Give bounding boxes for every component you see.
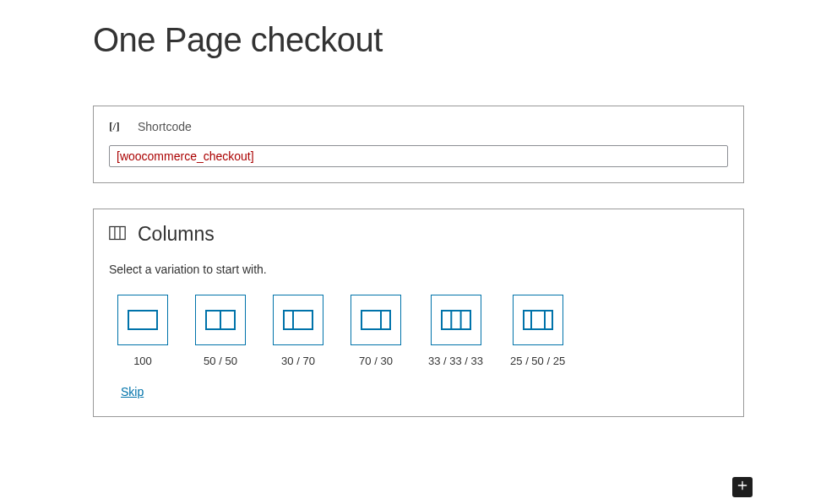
columns-block: Columns Select a variation to start with…	[93, 209, 744, 417]
svg-text:[/]: [/]	[109, 120, 120, 133]
variation-70-30[interactable]: 70 / 30	[351, 295, 401, 367]
variations-row: 100 50 / 50 30 / 70	[109, 295, 728, 367]
variation-100[interactable]: 100	[117, 295, 168, 367]
variation-25-50-25[interactable]: 25 / 50 / 25	[510, 295, 565, 367]
columns-block-header: Columns	[109, 223, 728, 246]
plus-icon	[736, 479, 749, 496]
svg-rect-11	[442, 311, 470, 329]
variation-33-33-33[interactable]: 33 / 33 / 33	[428, 295, 483, 367]
shortcode-block: [/] Shortcode	[93, 106, 744, 183]
page-title: One Page checkout	[93, 21, 744, 59]
variation-50-50[interactable]: 50 / 50	[195, 295, 246, 367]
variation-100-icon	[117, 295, 168, 345]
variation-25-50-25-label: 25 / 50 / 25	[510, 355, 565, 367]
svg-rect-4	[128, 311, 157, 329]
variation-25-50-25-icon	[513, 295, 563, 345]
shortcode-block-header: [/] Shortcode	[109, 118, 728, 135]
variation-50-50-icon	[195, 295, 246, 345]
skip-button[interactable]: Skip	[109, 385, 144, 398]
shortcode-icon: [/]	[109, 118, 126, 135]
shortcode-block-label: Shortcode	[138, 120, 192, 133]
columns-description: Select a variation to start with.	[109, 263, 728, 276]
variation-50-50-label: 50 / 50	[204, 355, 237, 367]
svg-rect-9	[361, 311, 390, 329]
variation-70-30-label: 70 / 30	[359, 355, 393, 367]
variation-70-30-icon	[351, 295, 401, 345]
columns-block-title: Columns	[138, 223, 215, 246]
svg-rect-7	[284, 311, 313, 329]
variation-30-70[interactable]: 30 / 70	[273, 295, 323, 367]
variation-33-33-33-icon	[431, 295, 481, 345]
add-block-button[interactable]	[732, 477, 753, 497]
variation-33-33-33-label: 33 / 33 / 33	[428, 355, 483, 367]
variation-30-70-icon	[273, 295, 323, 345]
svg-rect-1	[110, 226, 125, 239]
variation-100-label: 100	[133, 355, 152, 367]
svg-rect-14	[524, 311, 552, 329]
columns-icon	[109, 225, 126, 244]
variation-30-70-label: 30 / 70	[281, 355, 315, 367]
shortcode-input[interactable]	[109, 145, 728, 167]
